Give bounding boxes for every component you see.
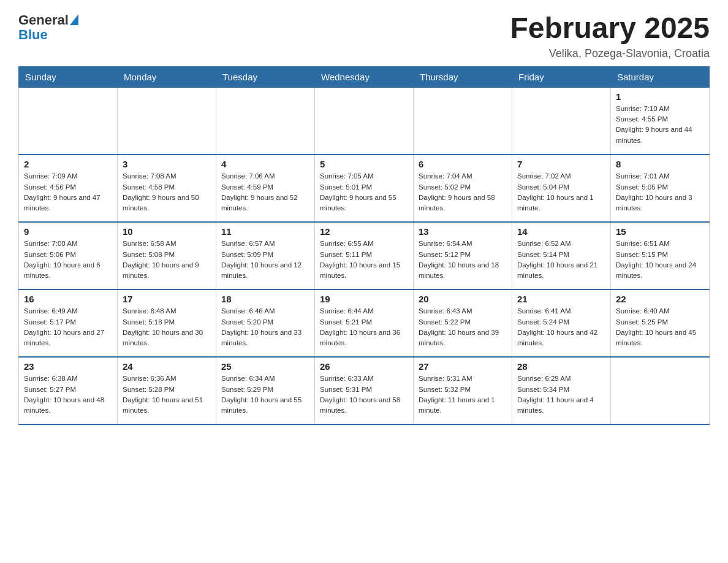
calendar-cell: 1Sunrise: 7:10 AMSunset: 4:55 PMDaylight…: [611, 87, 710, 155]
calendar-cell: 8Sunrise: 7:01 AMSunset: 5:05 PMDaylight…: [611, 155, 710, 222]
calendar-cell: 22Sunrise: 6:40 AMSunset: 5:25 PMDayligh…: [611, 289, 710, 357]
day-info: Sunrise: 6:57 AMSunset: 5:09 PMDaylight:…: [221, 239, 309, 281]
logo: General Blue: [18, 12, 78, 43]
day-info: Sunrise: 7:06 AMSunset: 4:59 PMDaylight:…: [221, 171, 309, 213]
weekday-header-sunday: Sunday: [19, 66, 118, 87]
day-number: 23: [24, 361, 112, 372]
day-info: Sunrise: 6:36 AMSunset: 5:28 PMDaylight:…: [123, 373, 211, 416]
calendar-cell: 14Sunrise: 6:52 AMSunset: 5:14 PMDayligh…: [512, 222, 611, 289]
calendar-week-5: 23Sunrise: 6:38 AMSunset: 5:27 PMDayligh…: [19, 357, 710, 424]
day-number: 25: [221, 361, 309, 372]
calendar-cell: [611, 357, 710, 424]
day-number: 11: [221, 226, 309, 237]
day-number: 26: [320, 361, 408, 372]
day-number: 27: [419, 361, 507, 372]
day-number: 1: [616, 91, 704, 102]
calendar-cell: [216, 87, 315, 155]
title-section: February 2025 Velika, Pozega-Slavonia, C…: [510, 12, 710, 60]
day-number: 4: [221, 159, 309, 169]
calendar-cell: 18Sunrise: 6:46 AMSunset: 5:20 PMDayligh…: [216, 289, 315, 357]
calendar-header: SundayMondayTuesdayWednesdayThursdayFrid…: [19, 66, 710, 87]
day-info: Sunrise: 6:52 AMSunset: 5:14 PMDaylight:…: [517, 239, 605, 281]
calendar-cell: 4Sunrise: 7:06 AMSunset: 4:59 PMDaylight…: [216, 155, 315, 222]
calendar-cell: 15Sunrise: 6:51 AMSunset: 5:15 PMDayligh…: [611, 222, 710, 289]
day-number: 3: [123, 159, 211, 169]
day-info: Sunrise: 6:40 AMSunset: 5:25 PMDaylight:…: [616, 306, 704, 348]
day-number: 10: [123, 226, 211, 237]
weekday-header-tuesday: Tuesday: [216, 66, 315, 87]
calendar-cell: 13Sunrise: 6:54 AMSunset: 5:12 PMDayligh…: [414, 222, 512, 289]
calendar-week-3: 9Sunrise: 7:00 AMSunset: 5:06 PMDaylight…: [19, 222, 710, 289]
day-info: Sunrise: 6:51 AMSunset: 5:15 PMDaylight:…: [616, 239, 704, 281]
weekday-header-monday: Monday: [118, 66, 216, 87]
calendar-cell: [512, 87, 611, 155]
calendar-table: SundayMondayTuesdayWednesdayThursdayFrid…: [18, 66, 710, 426]
day-number: 22: [616, 294, 704, 304]
calendar-cell: 19Sunrise: 6:44 AMSunset: 5:21 PMDayligh…: [315, 289, 414, 357]
weekday-header-wednesday: Wednesday: [315, 66, 414, 87]
calendar-week-2: 2Sunrise: 7:09 AMSunset: 4:56 PMDaylight…: [19, 155, 710, 222]
day-info: Sunrise: 6:33 AMSunset: 5:31 PMDaylight:…: [320, 373, 408, 416]
calendar-cell: 20Sunrise: 6:43 AMSunset: 5:22 PMDayligh…: [414, 289, 512, 357]
day-info: Sunrise: 6:31 AMSunset: 5:32 PMDaylight:…: [419, 373, 507, 416]
calendar-cell: 26Sunrise: 6:33 AMSunset: 5:31 PMDayligh…: [315, 357, 414, 424]
calendar-cell: 23Sunrise: 6:38 AMSunset: 5:27 PMDayligh…: [19, 357, 118, 424]
day-number: 7: [517, 159, 605, 169]
calendar-cell: 28Sunrise: 6:29 AMSunset: 5:34 PMDayligh…: [512, 357, 611, 424]
calendar-body: 1Sunrise: 7:10 AMSunset: 4:55 PMDaylight…: [19, 87, 710, 424]
day-number: 24: [123, 361, 211, 372]
day-number: 28: [517, 361, 605, 372]
logo-triangle-icon: [70, 14, 78, 25]
day-number: 18: [221, 294, 309, 304]
day-number: 2: [24, 159, 112, 169]
calendar-cell: 10Sunrise: 6:58 AMSunset: 5:08 PMDayligh…: [118, 222, 216, 289]
day-info: Sunrise: 7:05 AMSunset: 5:01 PMDaylight:…: [320, 171, 408, 213]
day-info: Sunrise: 7:10 AMSunset: 4:55 PMDaylight:…: [616, 104, 704, 146]
day-info: Sunrise: 6:41 AMSunset: 5:24 PMDaylight:…: [517, 306, 605, 348]
day-number: 21: [517, 294, 605, 304]
day-info: Sunrise: 7:02 AMSunset: 5:04 PMDaylight:…: [517, 171, 605, 213]
day-number: 14: [517, 226, 605, 237]
day-number: 13: [419, 226, 507, 237]
location-text: Velika, Pozega-Slavonia, Croatia: [510, 47, 710, 60]
calendar-week-1: 1Sunrise: 7:10 AMSunset: 4:55 PMDaylight…: [19, 87, 710, 155]
calendar-cell: 17Sunrise: 6:48 AMSunset: 5:18 PMDayligh…: [118, 289, 216, 357]
calendar-cell: 11Sunrise: 6:57 AMSunset: 5:09 PMDayligh…: [216, 222, 315, 289]
day-number: 19: [320, 294, 408, 304]
calendar-cell: 25Sunrise: 6:34 AMSunset: 5:29 PMDayligh…: [216, 357, 315, 424]
calendar-cell: 21Sunrise: 6:41 AMSunset: 5:24 PMDayligh…: [512, 289, 611, 357]
day-number: 12: [320, 226, 408, 237]
calendar-cell: 24Sunrise: 6:36 AMSunset: 5:28 PMDayligh…: [118, 357, 216, 424]
calendar-cell: [19, 87, 118, 155]
calendar-cell: 16Sunrise: 6:49 AMSunset: 5:17 PMDayligh…: [19, 289, 118, 357]
day-number: 15: [616, 226, 704, 237]
calendar-week-4: 16Sunrise: 6:49 AMSunset: 5:17 PMDayligh…: [19, 289, 710, 357]
day-info: Sunrise: 6:34 AMSunset: 5:29 PMDaylight:…: [221, 373, 309, 416]
day-number: 17: [123, 294, 211, 304]
day-info: Sunrise: 6:49 AMSunset: 5:17 PMDaylight:…: [24, 306, 112, 348]
weekday-row: SundayMondayTuesdayWednesdayThursdayFrid…: [19, 66, 710, 87]
weekday-header-saturday: Saturday: [611, 66, 710, 87]
calendar-cell: 6Sunrise: 7:04 AMSunset: 5:02 PMDaylight…: [414, 155, 512, 222]
day-info: Sunrise: 7:00 AMSunset: 5:06 PMDaylight:…: [24, 239, 112, 281]
day-number: 20: [419, 294, 507, 304]
logo-general-text: General: [18, 12, 69, 28]
day-info: Sunrise: 6:29 AMSunset: 5:34 PMDaylight:…: [517, 373, 605, 416]
weekday-header-friday: Friday: [512, 66, 611, 87]
month-title: February 2025: [510, 12, 710, 45]
weekday-header-thursday: Thursday: [414, 66, 512, 87]
day-number: 6: [419, 159, 507, 169]
day-info: Sunrise: 6:46 AMSunset: 5:20 PMDaylight:…: [221, 306, 309, 348]
calendar-cell: [118, 87, 216, 155]
day-info: Sunrise: 7:08 AMSunset: 4:58 PMDaylight:…: [123, 171, 211, 213]
day-info: Sunrise: 6:55 AMSunset: 5:11 PMDaylight:…: [320, 239, 408, 281]
day-info: Sunrise: 7:09 AMSunset: 4:56 PMDaylight:…: [24, 171, 112, 213]
day-number: 5: [320, 159, 408, 169]
day-info: Sunrise: 7:01 AMSunset: 5:05 PMDaylight:…: [616, 171, 704, 213]
calendar-cell: 3Sunrise: 7:08 AMSunset: 4:58 PMDaylight…: [118, 155, 216, 222]
day-info: Sunrise: 7:04 AMSunset: 5:02 PMDaylight:…: [419, 171, 507, 213]
calendar-cell: [414, 87, 512, 155]
calendar-cell: 27Sunrise: 6:31 AMSunset: 5:32 PMDayligh…: [414, 357, 512, 424]
page-header: General Blue February 2025 Velika, Pozeg…: [18, 12, 710, 60]
calendar-cell: 2Sunrise: 7:09 AMSunset: 4:56 PMDaylight…: [19, 155, 118, 222]
